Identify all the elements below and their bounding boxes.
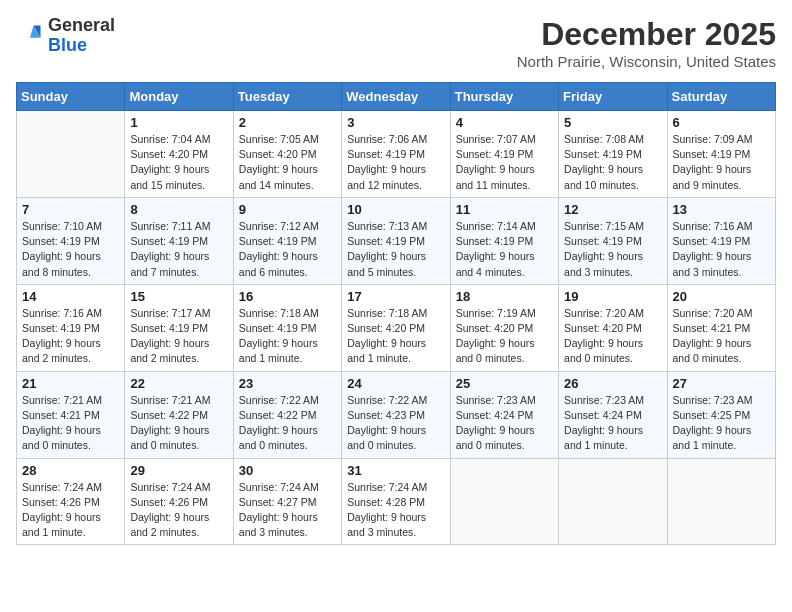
day-number: 5	[564, 115, 661, 130]
day-cell: 3Sunrise: 7:06 AMSunset: 4:19 PMDaylight…	[342, 111, 450, 198]
day-number: 12	[564, 202, 661, 217]
day-number: 25	[456, 376, 553, 391]
week-row-4: 21Sunrise: 7:21 AMSunset: 4:21 PMDayligh…	[17, 371, 776, 458]
day-info: Sunrise: 7:10 AMSunset: 4:19 PMDaylight:…	[22, 219, 119, 280]
col-header-saturday: Saturday	[667, 83, 775, 111]
day-cell: 21Sunrise: 7:21 AMSunset: 4:21 PMDayligh…	[17, 371, 125, 458]
week-row-2: 7Sunrise: 7:10 AMSunset: 4:19 PMDaylight…	[17, 197, 776, 284]
day-info: Sunrise: 7:06 AMSunset: 4:19 PMDaylight:…	[347, 132, 444, 193]
day-number: 23	[239, 376, 336, 391]
day-info: Sunrise: 7:23 AMSunset: 4:24 PMDaylight:…	[564, 393, 661, 454]
day-number: 11	[456, 202, 553, 217]
day-number: 13	[673, 202, 770, 217]
day-cell: 13Sunrise: 7:16 AMSunset: 4:19 PMDayligh…	[667, 197, 775, 284]
day-info: Sunrise: 7:05 AMSunset: 4:20 PMDaylight:…	[239, 132, 336, 193]
day-cell: 27Sunrise: 7:23 AMSunset: 4:25 PMDayligh…	[667, 371, 775, 458]
day-cell: 17Sunrise: 7:18 AMSunset: 4:20 PMDayligh…	[342, 284, 450, 371]
day-info: Sunrise: 7:20 AMSunset: 4:21 PMDaylight:…	[673, 306, 770, 367]
col-header-monday: Monday	[125, 83, 233, 111]
day-cell: 31Sunrise: 7:24 AMSunset: 4:28 PMDayligh…	[342, 458, 450, 545]
location-text: North Prairie, Wisconsin, United States	[517, 53, 776, 70]
day-info: Sunrise: 7:18 AMSunset: 4:20 PMDaylight:…	[347, 306, 444, 367]
logo: General Blue	[16, 16, 115, 56]
logo-general-text: General	[48, 16, 115, 36]
day-info: Sunrise: 7:19 AMSunset: 4:20 PMDaylight:…	[456, 306, 553, 367]
day-number: 16	[239, 289, 336, 304]
day-info: Sunrise: 7:21 AMSunset: 4:22 PMDaylight:…	[130, 393, 227, 454]
day-cell: 14Sunrise: 7:16 AMSunset: 4:19 PMDayligh…	[17, 284, 125, 371]
day-info: Sunrise: 7:22 AMSunset: 4:23 PMDaylight:…	[347, 393, 444, 454]
day-number: 20	[673, 289, 770, 304]
page-header: General Blue December 2025 North Prairie…	[16, 16, 776, 70]
week-row-5: 28Sunrise: 7:24 AMSunset: 4:26 PMDayligh…	[17, 458, 776, 545]
col-header-sunday: Sunday	[17, 83, 125, 111]
month-title: December 2025	[517, 16, 776, 53]
day-number: 29	[130, 463, 227, 478]
day-info: Sunrise: 7:18 AMSunset: 4:19 PMDaylight:…	[239, 306, 336, 367]
col-header-wednesday: Wednesday	[342, 83, 450, 111]
day-cell: 12Sunrise: 7:15 AMSunset: 4:19 PMDayligh…	[559, 197, 667, 284]
day-cell: 30Sunrise: 7:24 AMSunset: 4:27 PMDayligh…	[233, 458, 341, 545]
day-info: Sunrise: 7:22 AMSunset: 4:22 PMDaylight:…	[239, 393, 336, 454]
col-header-thursday: Thursday	[450, 83, 558, 111]
day-number: 28	[22, 463, 119, 478]
logo-text: General Blue	[48, 16, 115, 56]
day-info: Sunrise: 7:12 AMSunset: 4:19 PMDaylight:…	[239, 219, 336, 280]
day-number: 26	[564, 376, 661, 391]
day-info: Sunrise: 7:21 AMSunset: 4:21 PMDaylight:…	[22, 393, 119, 454]
day-info: Sunrise: 7:04 AMSunset: 4:20 PMDaylight:…	[130, 132, 227, 193]
calendar-header-row: SundayMondayTuesdayWednesdayThursdayFrid…	[17, 83, 776, 111]
week-row-1: 1Sunrise: 7:04 AMSunset: 4:20 PMDaylight…	[17, 111, 776, 198]
day-cell: 20Sunrise: 7:20 AMSunset: 4:21 PMDayligh…	[667, 284, 775, 371]
day-cell: 7Sunrise: 7:10 AMSunset: 4:19 PMDaylight…	[17, 197, 125, 284]
day-number: 1	[130, 115, 227, 130]
day-cell: 24Sunrise: 7:22 AMSunset: 4:23 PMDayligh…	[342, 371, 450, 458]
day-cell: 23Sunrise: 7:22 AMSunset: 4:22 PMDayligh…	[233, 371, 341, 458]
day-number: 15	[130, 289, 227, 304]
day-number: 10	[347, 202, 444, 217]
day-cell: 19Sunrise: 7:20 AMSunset: 4:20 PMDayligh…	[559, 284, 667, 371]
day-cell: 5Sunrise: 7:08 AMSunset: 4:19 PMDaylight…	[559, 111, 667, 198]
day-number: 9	[239, 202, 336, 217]
day-info: Sunrise: 7:17 AMSunset: 4:19 PMDaylight:…	[130, 306, 227, 367]
day-number: 3	[347, 115, 444, 130]
day-number: 2	[239, 115, 336, 130]
day-number: 24	[347, 376, 444, 391]
day-number: 4	[456, 115, 553, 130]
day-cell	[450, 458, 558, 545]
day-info: Sunrise: 7:14 AMSunset: 4:19 PMDaylight:…	[456, 219, 553, 280]
day-number: 19	[564, 289, 661, 304]
col-header-tuesday: Tuesday	[233, 83, 341, 111]
day-cell: 9Sunrise: 7:12 AMSunset: 4:19 PMDaylight…	[233, 197, 341, 284]
day-number: 30	[239, 463, 336, 478]
day-info: Sunrise: 7:15 AMSunset: 4:19 PMDaylight:…	[564, 219, 661, 280]
day-cell: 2Sunrise: 7:05 AMSunset: 4:20 PMDaylight…	[233, 111, 341, 198]
day-cell: 6Sunrise: 7:09 AMSunset: 4:19 PMDaylight…	[667, 111, 775, 198]
day-info: Sunrise: 7:24 AMSunset: 4:26 PMDaylight:…	[130, 480, 227, 541]
day-number: 14	[22, 289, 119, 304]
day-number: 22	[130, 376, 227, 391]
day-cell: 8Sunrise: 7:11 AMSunset: 4:19 PMDaylight…	[125, 197, 233, 284]
day-info: Sunrise: 7:11 AMSunset: 4:19 PMDaylight:…	[130, 219, 227, 280]
day-number: 21	[22, 376, 119, 391]
day-cell: 25Sunrise: 7:23 AMSunset: 4:24 PMDayligh…	[450, 371, 558, 458]
day-cell	[667, 458, 775, 545]
day-number: 27	[673, 376, 770, 391]
day-info: Sunrise: 7:07 AMSunset: 4:19 PMDaylight:…	[456, 132, 553, 193]
day-info: Sunrise: 7:13 AMSunset: 4:19 PMDaylight:…	[347, 219, 444, 280]
day-number: 8	[130, 202, 227, 217]
day-cell: 29Sunrise: 7:24 AMSunset: 4:26 PMDayligh…	[125, 458, 233, 545]
day-number: 7	[22, 202, 119, 217]
day-cell: 18Sunrise: 7:19 AMSunset: 4:20 PMDayligh…	[450, 284, 558, 371]
col-header-friday: Friday	[559, 83, 667, 111]
day-cell: 10Sunrise: 7:13 AMSunset: 4:19 PMDayligh…	[342, 197, 450, 284]
day-number: 18	[456, 289, 553, 304]
day-cell	[559, 458, 667, 545]
day-info: Sunrise: 7:23 AMSunset: 4:24 PMDaylight:…	[456, 393, 553, 454]
logo-icon	[16, 22, 44, 50]
day-number: 6	[673, 115, 770, 130]
day-info: Sunrise: 7:16 AMSunset: 4:19 PMDaylight:…	[22, 306, 119, 367]
day-number: 31	[347, 463, 444, 478]
day-info: Sunrise: 7:09 AMSunset: 4:19 PMDaylight:…	[673, 132, 770, 193]
day-cell: 22Sunrise: 7:21 AMSunset: 4:22 PMDayligh…	[125, 371, 233, 458]
